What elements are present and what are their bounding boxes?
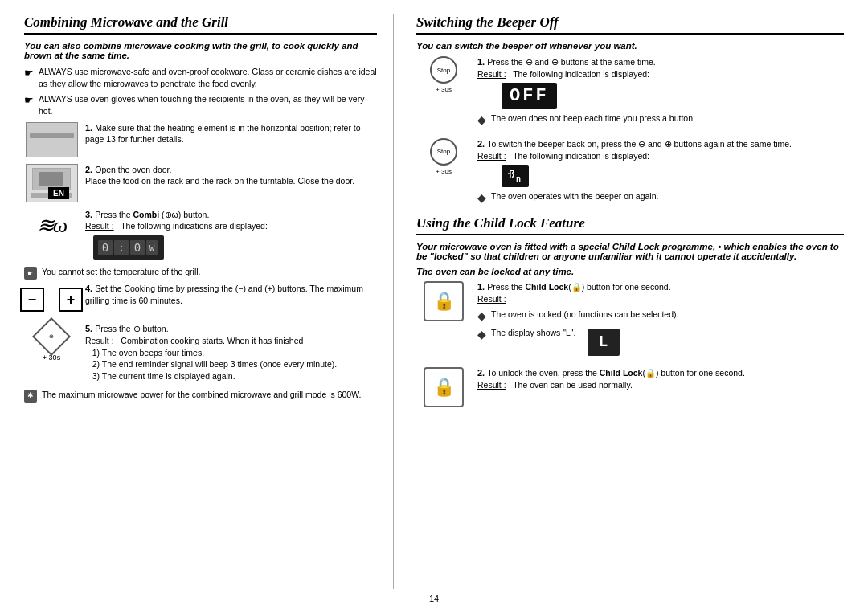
child-note-text-1a: The oven is locked (no functions can be … <box>491 309 678 321</box>
combi-display-svg: 0 : 0 W <box>96 239 161 256</box>
bottom-note-row: ✱ The maximum microwave power for the co… <box>24 389 377 403</box>
diamond-shape: ⊕ <box>32 317 71 356</box>
beeper-section-title: Switching the Beeper Off <box>416 14 844 35</box>
plus30-button-img: ⊕ + 30s <box>31 323 72 362</box>
lock-icon-1: 🔒 <box>424 281 464 321</box>
child-lock-subtitle2: The oven can be locked at any time. <box>416 267 844 276</box>
plus30-btn-label: + 30s <box>436 86 452 93</box>
beeper-step-num-2: 2. <box>477 139 485 149</box>
bullet-arrow-icon-2: ☛ <box>24 94 34 106</box>
minus-button-img: − <box>20 288 44 312</box>
step-row-2: 2. Open the oven door.Place the food on … <box>24 164 377 202</box>
bottom-note-icon: ✱ <box>24 390 37 403</box>
left-column: Combining Microwave and the Grill You ca… <box>24 14 394 589</box>
L-display: L <box>588 329 620 356</box>
beeper-step-content-2: 2. To switch the beeper back on, press t… <box>477 138 844 209</box>
child-lock-title: Using the Child Lock Feature <box>416 215 844 235</box>
step-num-5: 5. <box>85 324 92 333</box>
combi-display: 0 : 0 W <box>93 235 164 260</box>
step-text-5: Press the ⊕ button. Result : Combination… <box>85 324 337 381</box>
beeper-step-content-1: 1. Press the ⊖ and ⊕ buttons at the same… <box>477 56 844 132</box>
child-lock-bullet: • <box>718 242 723 251</box>
child-lock-section: Using the Child Lock Feature Your microw… <box>416 215 844 407</box>
left-subtitle: You can also combine microwave cooking w… <box>24 41 377 60</box>
child-note-1a: ◆ The oven is locked (no functions can b… <box>477 309 844 325</box>
bullet-text-2: ALWAYS use oven gloves when touching the… <box>39 93 377 116</box>
child-step-text-1: Press the Child Lock(🔒) button for one s… <box>477 282 671 304</box>
step-num-1: 1. <box>85 123 92 133</box>
beeper-result-label-2: Result : <box>477 151 506 161</box>
step-content-2: 2. Open the oven door.Place the food on … <box>85 164 377 187</box>
step-content-3: 3. Press the Combi (⊕ω) button. Result :… <box>85 209 377 260</box>
result-label-5: Result : <box>85 336 114 345</box>
step-num-2: 2. <box>85 165 92 174</box>
left-section-title: Combining Microwave and the Grill <box>24 14 377 35</box>
child-step-text-2: To unlock the oven, press the Child Lock… <box>477 368 745 390</box>
child-note-text-1b: The display shows "L". <box>491 327 576 339</box>
note-icon: ☛ <box>24 267 37 280</box>
step-row-3: ≋ω 3. Press the Combi (⊕ω) button. Resul… <box>24 209 377 260</box>
page-number: 14 <box>24 594 844 603</box>
child-step-2: 🔒 2. To unlock the oven, press the Child… <box>416 367 844 407</box>
beeper-on-display-area: ꟗn <box>502 165 844 186</box>
svg-text::: : <box>118 241 125 254</box>
L-display-area: L <box>588 327 620 358</box>
step-row-1: 1. Make sure that the heating element is… <box>24 122 377 157</box>
step-content-4: 4. Set the Cooking time by pressing the … <box>85 283 377 306</box>
step-row-4: − + 4. Set the Cooking time by pressing … <box>24 283 377 317</box>
child-note-1b: ◆ The display shows "L". L <box>477 327 844 358</box>
bullet-text-1: ALWAYS use microwave-safe and oven-proof… <box>39 66 377 89</box>
beeper-step-text-2: To switch the beeper back on, press the … <box>477 139 792 161</box>
beeper-on-display: ꟗn <box>502 165 529 186</box>
child-lock-subtitle: Your microwave oven is fitted with a spe… <box>416 242 844 261</box>
step-text-2: Open the oven door.Place the food on the… <box>85 165 354 186</box>
diamond-bullet-1: ◆ <box>477 112 486 129</box>
plus-button-img: + <box>59 288 83 312</box>
beeper-btn-group-2: Stop + 30s <box>430 138 457 175</box>
svg-text:W: W <box>149 243 155 254</box>
stop-btn-group: Stop + 30s <box>430 56 457 93</box>
step-img-4: − + <box>24 283 79 317</box>
beeper-step-num-1: 1. <box>477 57 485 67</box>
step-img-1 <box>24 122 79 157</box>
page: EN Combining Microwave and the Grill You… <box>0 0 868 613</box>
en-badge: EN <box>48 187 69 199</box>
bottom-note-text: The maximum microwave power for the comb… <box>42 389 361 401</box>
stop-btn-group-2: Stop + 30s <box>430 138 457 175</box>
beeper-note-1: ◆ The oven does not beep each time you p… <box>477 112 844 129</box>
beeper-step-text-1: Press the ⊖ and ⊕ buttons at the same ti… <box>477 57 656 79</box>
step-row-5: ⊕ + 30s 5. Press the ⊕ button. Result : … <box>24 323 377 382</box>
svg-text:0: 0 <box>134 241 141 254</box>
beeper-btn-group-1: Stop + 30s <box>430 56 457 93</box>
step-text-3: Press the Combi (⊕ω) button. Result : Th… <box>85 210 268 231</box>
child-step-num-1: 1. <box>477 282 485 292</box>
step-text-1: Make sure that the heating element is in… <box>85 123 361 145</box>
lock-icon-2: 🔒 <box>424 367 464 407</box>
child-step-img-1: 🔒 <box>416 281 471 321</box>
note-text-grill: You cannot set the temperature of the gr… <box>42 266 201 278</box>
step-img-5: ⊕ + 30s <box>24 323 79 362</box>
step-img-3: ≋ω <box>24 209 79 243</box>
beeper-step-img-1: Stop + 30s <box>416 56 471 93</box>
note-row-grill: ☛ You cannot set the temperature of the … <box>24 266 377 280</box>
step-text-4: Set the Cooking time by pressing the (−)… <box>85 284 363 305</box>
beeper-step-1: Stop + 30s 1. Press the ⊖ and ⊕ buttons … <box>416 56 844 132</box>
minus-plus-display: − + <box>20 283 83 317</box>
beeper-result-label-1: Result : <box>477 69 506 79</box>
child-step-content-1: 1. Press the Child Lock(🔒) button for on… <box>477 281 844 361</box>
off-display: OFF <box>502 83 557 109</box>
beeper-step-img-2: Stop + 30s <box>416 138 471 175</box>
beeper-step-2: Stop + 30s 2. To switch the beeper back … <box>416 138 844 209</box>
child-result-label-1: Result : <box>477 294 506 304</box>
right-column: Switching the Beeper Off You can switch … <box>413 14 844 589</box>
child-step-num-2: 2. <box>477 368 485 378</box>
child-step-1: 🔒 1. Press the Child Lock(🔒) button for … <box>416 281 844 361</box>
bullet-arrow-icon: ☛ <box>24 67 34 79</box>
beeper-note-2: ◆ The oven operates with the beeper on a… <box>477 190 844 206</box>
step-content-1: 1. Make sure that the heating element is… <box>85 122 377 145</box>
child-step-content-2: 2. To unlock the oven, press the Child L… <box>477 367 844 390</box>
stop-circle-btn: Stop <box>430 56 457 84</box>
beeper-note-text-2: The oven operates with the beeper on aga… <box>491 190 658 202</box>
steps-area: 1. Make sure that the heating element is… <box>24 122 377 382</box>
beeper-subtitle: You can switch the beeper off whenever y… <box>416 41 844 51</box>
